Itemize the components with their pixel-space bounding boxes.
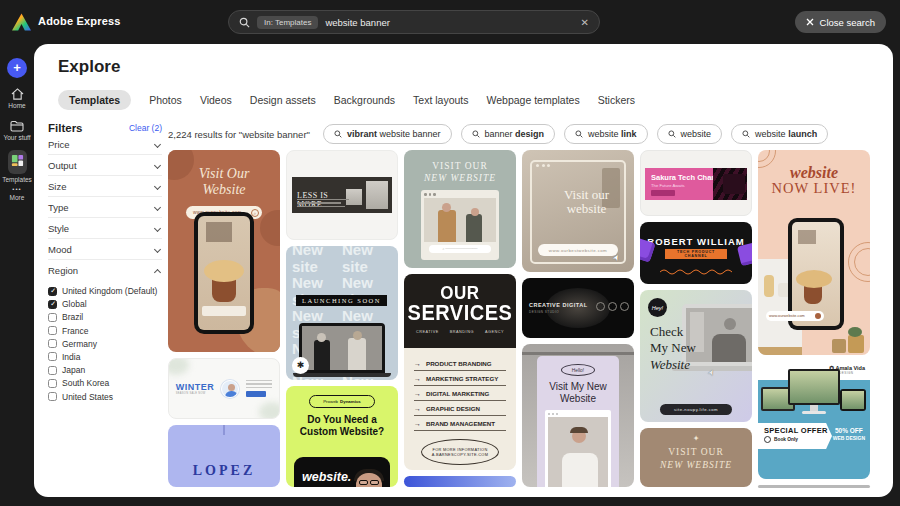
tab-text-layouts[interactable]: Text layouts xyxy=(413,94,468,106)
filter-section-type[interactable]: Type xyxy=(48,197,162,218)
author-badge-icon: ✱ xyxy=(292,357,309,374)
launching-soon-badge: LAUNCHING SOON xyxy=(296,295,387,306)
checkbox[interactable] xyxy=(48,379,57,388)
results-count: 2,224 results for "website banner" xyxy=(168,129,310,140)
template-card-partial[interactable] xyxy=(404,476,516,487)
chevron-down-icon xyxy=(154,224,161,231)
tab-backgrounds[interactable]: Backgrounds xyxy=(334,94,395,106)
filter-section-mood[interactable]: Mood xyxy=(48,239,162,260)
filter-section-style[interactable]: Style xyxy=(48,218,162,239)
filter-section-output[interactable]: Output xyxy=(48,155,162,176)
template-card-partial[interactable] xyxy=(758,485,870,488)
hello-badge: Hello! xyxy=(561,364,595,376)
template-card-visit-new-tan[interactable]: ✦ VISIT OURNEW WEBSITE xyxy=(640,428,752,487)
template-card-creative-digital[interactable]: CREATIVE DIGITAL DESIGN STUDIO xyxy=(522,278,634,338)
mini-button xyxy=(246,391,266,397)
home-icon xyxy=(11,88,24,100)
checkbox-checked[interactable] xyxy=(48,300,57,309)
sidebar-item-home[interactable]: Home xyxy=(0,88,34,109)
results-row: 2,224 results for "website banner" vibra… xyxy=(168,124,828,144)
url-pill: www.ourbestwebsite.com xyxy=(538,244,618,256)
region-options: United Kingdom (Default) Global Brazil F… xyxy=(48,286,162,402)
create-new-button[interactable]: + xyxy=(7,58,27,78)
laptop-mockup xyxy=(299,323,385,373)
search-scope-pill[interactable]: In: Templates xyxy=(257,16,318,29)
checkbox-checked[interactable] xyxy=(48,287,57,296)
region-option-south-korea[interactable]: South Korea xyxy=(48,378,162,388)
clock-icon xyxy=(764,436,771,443)
template-card-lopez[interactable]: LOPEZ xyxy=(168,425,280,487)
checkbox[interactable] xyxy=(48,392,57,401)
template-card-visit-browser[interactable]: Visit our website www.ourbestwebsite.com… xyxy=(522,150,634,272)
template-grid: Visit Our Website www.ourwebsite.com⌕ WI… xyxy=(168,150,870,488)
contact-note: FOR MORE INFORMATION A.BARNESCOPY.SITE.C… xyxy=(421,439,499,465)
checkbox[interactable] xyxy=(48,339,57,348)
region-option-global[interactable]: Global xyxy=(48,299,162,309)
template-card-visit-new-website-sage[interactable]: VISIT OURNEW WEBSITE ⌕ ───────────── xyxy=(404,150,516,268)
checkbox[interactable] xyxy=(48,326,57,335)
template-card-hello-website[interactable]: Hello! Visit My New Website xyxy=(522,344,634,487)
chevron-down-icon xyxy=(154,161,161,168)
chevron-down-icon xyxy=(154,140,161,147)
browser-mockup: ⌕ ───────────── xyxy=(421,190,499,260)
filter-section-region[interactable]: Region xyxy=(48,260,162,281)
template-card-new-site[interactable]: New siteNew site New siteNew site New si… xyxy=(286,246,398,380)
template-card-sakura[interactable]: Sakura Tech Channel The Future Awaits xyxy=(640,150,752,216)
phone-mockup xyxy=(194,212,254,334)
tab-stickers[interactable]: Stickers xyxy=(598,94,635,106)
template-card-check-website[interactable]: Hey! Check My New Website ➤ site-noupy.l… xyxy=(640,290,752,422)
browser-mockup xyxy=(545,410,611,487)
tab-design-assets[interactable]: Design assets xyxy=(250,94,316,106)
region-option-germany[interactable]: Germany xyxy=(48,339,162,349)
suggestion-chip[interactable]: website launch xyxy=(731,124,828,144)
brand-badge: Proweb Dynamics xyxy=(309,395,375,408)
tab-webpage-templates[interactable]: Webpage templates xyxy=(487,94,580,106)
suggestion-chip[interactable]: website xyxy=(657,124,723,144)
avatar xyxy=(221,380,239,398)
region-option-uk[interactable]: United Kingdom (Default) xyxy=(48,286,162,296)
checkbox[interactable] xyxy=(48,313,57,322)
chevron-down-icon xyxy=(154,182,161,189)
mini-button xyxy=(651,190,675,196)
search-query-text[interactable]: website banner xyxy=(325,17,573,28)
checkbox[interactable] xyxy=(48,366,57,375)
clear-filters-link[interactable]: Clear (2) xyxy=(129,123,162,133)
checkbox[interactable] xyxy=(48,352,57,361)
search-icon xyxy=(668,130,676,138)
template-card-visit-our-website[interactable]: Visit Our Website www.ourwebsite.com⌕ xyxy=(168,150,280,352)
filter-section-price[interactable]: Price xyxy=(48,134,162,155)
main-content-panel: Explore Templates Photos Videos Design a… xyxy=(34,44,893,497)
suggestion-chip[interactable]: banner design xyxy=(461,124,556,144)
template-card-robert-william[interactable]: ROBERT WILLIAM TECH PRODUCT CHANNEL xyxy=(640,222,752,284)
sidebar-item-templates[interactable]: Templates xyxy=(0,150,34,183)
tab-photos[interactable]: Photos xyxy=(149,94,182,106)
region-option-brazil[interactable]: Brazil xyxy=(48,312,162,322)
tab-videos[interactable]: Videos xyxy=(200,94,232,106)
template-card-winter[interactable]: WINTERSEASON SALE NOW xyxy=(168,358,280,419)
chevron-up-icon xyxy=(154,268,161,275)
close-search-button[interactable]: Close search xyxy=(795,11,886,33)
template-card-our-services[interactable]: OUR SERVICES CREATIVE BRANDING AGENCY →P… xyxy=(404,274,516,470)
template-card-amala-vida[interactable]: ⏣ Amala VidaWEB DESIGN SPECIAL OFFER Boo… xyxy=(758,361,870,479)
sidebar-item-your-stuff[interactable]: Your stuff xyxy=(0,120,34,141)
more-dots-icon: ••• xyxy=(12,186,21,192)
template-card-less-is-more[interactable]: LESS IS MORE xyxy=(286,150,398,240)
templates-icon xyxy=(8,150,27,174)
suggestion-chip[interactable]: website link xyxy=(564,124,648,144)
search-bar[interactable]: In: Templates website banner ✕ xyxy=(228,10,600,34)
region-option-japan[interactable]: Japan xyxy=(48,365,162,375)
region-option-france[interactable]: France xyxy=(48,326,162,336)
suggestion-chip[interactable]: vibrant website banner xyxy=(323,124,452,144)
app-title: Adobe Express xyxy=(38,15,121,27)
region-option-india[interactable]: India xyxy=(48,352,162,362)
filter-section-size[interactable]: Size xyxy=(48,176,162,197)
clear-search-icon[interactable]: ✕ xyxy=(581,17,589,28)
region-option-united-states[interactable]: United States xyxy=(48,392,162,402)
sidebar-item-more[interactable]: ••• More xyxy=(0,186,34,201)
template-card-now-live[interactable]: website NOW LIVE! xyxy=(758,150,870,355)
adobe-express-logo-icon[interactable] xyxy=(12,13,31,31)
tab-templates[interactable]: Templates xyxy=(58,90,131,110)
template-card-custom-website[interactable]: Proweb Dynamics Do You Need aCustom Webs… xyxy=(286,386,398,487)
filters-panel: Filters Clear (2) Price Output Size Type… xyxy=(48,122,162,402)
device-mockups xyxy=(788,369,840,405)
